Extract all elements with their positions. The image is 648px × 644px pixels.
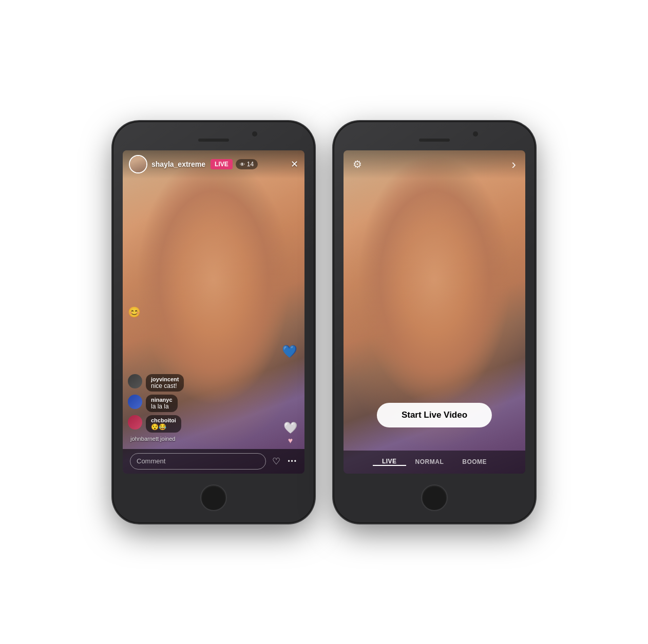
comment-bubble-3: chcboitoi 😯😂 bbox=[146, 415, 181, 433]
home-button-2[interactable] bbox=[421, 484, 448, 511]
reaction-emoji: 😊 bbox=[128, 306, 141, 318]
mode-normal[interactable]: NORMAL bbox=[406, 458, 453, 465]
speaker-2 bbox=[419, 139, 450, 142]
phone-2-prelive: ⚙ › Start Live Video LIVE NORMAL BOOME bbox=[334, 122, 535, 522]
home-button[interactable] bbox=[200, 484, 227, 511]
phone-1-top-bar bbox=[113, 122, 314, 153]
phone-2-screen: ⚙ › Start Live Video LIVE NORMAL BOOME bbox=[344, 150, 525, 474]
joined-notification: johnbarnett joined bbox=[130, 436, 299, 442]
commenter-name-2: ninanyc bbox=[151, 397, 173, 403]
viewer-count: 👁 14 bbox=[236, 159, 258, 169]
eye-icon: 👁 bbox=[240, 162, 245, 167]
bottom-icons: ♡ ••• bbox=[272, 456, 297, 467]
front-camera-2 bbox=[473, 131, 478, 136]
comment-input[interactable]: Comment bbox=[130, 453, 266, 470]
live-badge: LIVE bbox=[211, 159, 233, 169]
comment-text-3: 😯😂 bbox=[151, 423, 176, 431]
comment-item: ninanyc la la la bbox=[128, 395, 299, 412]
commenter-name-1: joyvincent bbox=[151, 376, 179, 382]
comments-section: joyvincent nice cast! ninanyc la la la c… bbox=[123, 370, 304, 448]
heart-button[interactable]: ♡ bbox=[272, 456, 280, 467]
commenter-avatar-2 bbox=[128, 395, 142, 409]
commenter-avatar-1 bbox=[128, 374, 142, 388]
comment-bubble-2: ninanyc la la la bbox=[146, 395, 178, 412]
start-live-video-button[interactable]: Start Live Video bbox=[377, 403, 492, 427]
comment-item: joyvincent nice cast! bbox=[128, 374, 299, 392]
phone-1-viewer: shayla_extreme LIVE 👁 14 ✕ 😊 💙 🤍 ♥ bbox=[113, 122, 314, 522]
start-live-label: Start Live Video bbox=[402, 410, 467, 420]
streamer-username: shayla_extreme bbox=[151, 160, 205, 168]
phones-container: shayla_extreme LIVE 👁 14 ✕ 😊 💙 🤍 ♥ bbox=[113, 122, 535, 522]
comment-placeholder: Comment bbox=[137, 457, 165, 465]
settings-icon[interactable]: ⚙ bbox=[353, 158, 362, 170]
comment-text-1: nice cast! bbox=[151, 382, 179, 389]
comment-bubble-1: joyvincent nice cast! bbox=[146, 374, 184, 392]
mode-boomerang[interactable]: BOOME bbox=[453, 458, 496, 465]
chevron-right-icon[interactable]: › bbox=[511, 157, 516, 172]
commenter-name-3: chcboitoi bbox=[151, 417, 176, 423]
commenter-avatar-3 bbox=[128, 415, 142, 430]
streamer-avatar[interactable] bbox=[129, 155, 147, 173]
live-header: shayla_extreme LIVE 👁 14 ✕ bbox=[123, 150, 304, 179]
more-options-button[interactable]: ••• bbox=[288, 458, 297, 465]
mode-selector: LIVE NORMAL BOOME bbox=[344, 451, 525, 474]
close-button[interactable]: ✕ bbox=[291, 159, 298, 170]
phone-2-top-bar bbox=[334, 122, 535, 153]
comment-item: chcboitoi 😯😂 bbox=[128, 415, 299, 433]
comment-text-2: la la la bbox=[151, 403, 173, 410]
phone-1-screen: shayla_extreme LIVE 👁 14 ✕ 😊 💙 🤍 ♥ bbox=[123, 150, 304, 474]
mode-live[interactable]: LIVE bbox=[373, 458, 406, 466]
speaker bbox=[198, 139, 229, 142]
blue-heart-float: 💙 bbox=[282, 344, 297, 359]
front-camera bbox=[252, 131, 257, 136]
prelive-header: ⚙ › bbox=[344, 150, 525, 179]
comment-bar: Comment ♡ ••• bbox=[123, 449, 304, 474]
